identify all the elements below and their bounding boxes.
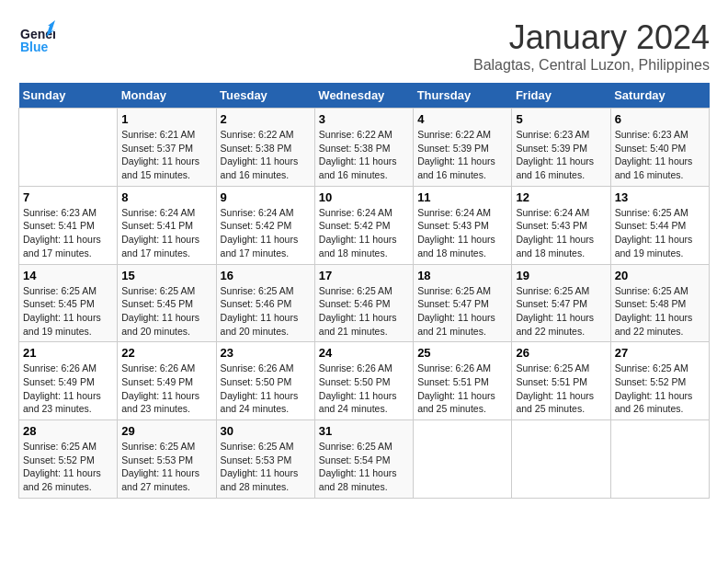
calendar-cell: 27Sunrise: 6:25 AM Sunset: 5:52 PM Dayli… — [610, 342, 709, 420]
day-number: 19 — [516, 269, 606, 282]
cell-info: Sunrise: 6:25 AM Sunset: 5:53 PM Dayligh… — [121, 440, 211, 494]
day-number: 13 — [615, 190, 705, 204]
day-number: 4 — [417, 112, 507, 126]
day-number: 3 — [319, 112, 409, 126]
cell-info: Sunrise: 6:25 AM Sunset: 5:51 PM Dayligh… — [516, 362, 606, 416]
day-number: 31 — [319, 424, 409, 438]
day-number: 7 — [23, 190, 113, 204]
day-header-saturday: Saturday — [610, 83, 709, 109]
cell-info: Sunrise: 6:24 AM Sunset: 5:41 PM Dayligh… — [121, 206, 211, 260]
calendar-cell: 25Sunrise: 6:26 AM Sunset: 5:51 PM Dayli… — [414, 342, 512, 420]
calendar-cell: 17Sunrise: 6:25 AM Sunset: 5:46 PM Dayli… — [314, 264, 413, 342]
day-number: 21 — [23, 346, 113, 360]
calendar-cell — [414, 420, 512, 499]
day-header-sunday: Sunday — [19, 83, 118, 109]
calendar-cell: 10Sunrise: 6:24 AM Sunset: 5:42 PM Dayli… — [314, 186, 413, 264]
calendar-cell: 3Sunrise: 6:22 AM Sunset: 5:38 PM Daylig… — [314, 109, 413, 187]
svg-text:Blue: Blue — [20, 40, 49, 54]
calendar-cell: 5Sunrise: 6:23 AM Sunset: 5:39 PM Daylig… — [512, 109, 610, 187]
cell-info: Sunrise: 6:26 AM Sunset: 5:49 PM Dayligh… — [23, 362, 113, 416]
cell-info: Sunrise: 6:25 AM Sunset: 5:46 PM Dayligh… — [319, 284, 409, 339]
calendar-cell: 15Sunrise: 6:25 AM Sunset: 5:45 PM Dayli… — [118, 264, 216, 342]
day-number: 28 — [23, 424, 113, 438]
day-header-monday: Monday — [118, 83, 216, 109]
day-number: 8 — [121, 190, 211, 204]
calendar-cell: 26Sunrise: 6:25 AM Sunset: 5:51 PM Dayli… — [512, 342, 610, 420]
calendar-cell: 20Sunrise: 6:25 AM Sunset: 5:48 PM Dayli… — [610, 264, 709, 342]
calendar-cell: 1Sunrise: 6:21 AM Sunset: 5:37 PM Daylig… — [118, 109, 216, 187]
calendar-cell: 28Sunrise: 6:25 AM Sunset: 5:52 PM Dayli… — [19, 420, 118, 499]
calendar-cell: 13Sunrise: 6:25 AM Sunset: 5:44 PM Dayli… — [610, 186, 709, 264]
calendar-cell: 22Sunrise: 6:26 AM Sunset: 5:49 PM Dayli… — [118, 342, 216, 420]
page-header: General Blue January 2024 Balagtas, Cent… — [18, 18, 710, 74]
day-number: 25 — [417, 346, 507, 360]
calendar-cell: 14Sunrise: 6:25 AM Sunset: 5:45 PM Dayli… — [19, 264, 118, 342]
day-number: 9 — [221, 190, 311, 204]
calendar-cell: 11Sunrise: 6:24 AM Sunset: 5:43 PM Dayli… — [414, 186, 512, 264]
cell-info: Sunrise: 6:25 AM Sunset: 5:44 PM Dayligh… — [615, 206, 705, 260]
cell-info: Sunrise: 6:26 AM Sunset: 5:49 PM Dayligh… — [121, 362, 211, 416]
cell-info: Sunrise: 6:25 AM Sunset: 5:52 PM Dayligh… — [23, 440, 113, 494]
day-header-friday: Friday — [512, 83, 610, 109]
calendar-header-row: SundayMondayTuesdayWednesdayThursdayFrid… — [19, 83, 710, 109]
calendar-week-row: 21Sunrise: 6:26 AM Sunset: 5:49 PM Dayli… — [19, 342, 710, 420]
cell-info: Sunrise: 6:25 AM Sunset: 5:48 PM Dayligh… — [615, 284, 705, 339]
calendar-cell: 24Sunrise: 6:26 AM Sunset: 5:50 PM Dayli… — [314, 342, 413, 420]
cell-info: Sunrise: 6:25 AM Sunset: 5:47 PM Dayligh… — [516, 284, 606, 339]
cell-info: Sunrise: 6:21 AM Sunset: 5:37 PM Dayligh… — [121, 128, 211, 182]
calendar-cell: 2Sunrise: 6:22 AM Sunset: 5:38 PM Daylig… — [216, 109, 314, 187]
day-number: 27 — [615, 346, 705, 360]
cell-info: Sunrise: 6:23 AM Sunset: 5:40 PM Dayligh… — [615, 128, 705, 182]
day-header-wednesday: Wednesday — [314, 83, 413, 109]
day-number: 15 — [121, 269, 211, 282]
calendar-cell — [512, 420, 610, 499]
calendar-week-row: 1Sunrise: 6:21 AM Sunset: 5:37 PM Daylig… — [19, 109, 710, 187]
location-subtitle: Balagtas, Central Luzon, Philippines — [473, 57, 710, 74]
logo: General Blue — [18, 18, 55, 59]
day-number: 5 — [516, 112, 606, 126]
cell-info: Sunrise: 6:26 AM Sunset: 5:50 PM Dayligh… — [319, 362, 409, 416]
day-number: 18 — [417, 269, 507, 282]
cell-info: Sunrise: 6:25 AM Sunset: 5:45 PM Dayligh… — [23, 284, 113, 339]
calendar-cell — [610, 420, 709, 499]
calendar-week-row: 14Sunrise: 6:25 AM Sunset: 5:45 PM Dayli… — [19, 264, 710, 342]
calendar-cell: 18Sunrise: 6:25 AM Sunset: 5:47 PM Dayli… — [414, 264, 512, 342]
day-number: 16 — [221, 269, 311, 282]
calendar-body: 1Sunrise: 6:21 AM Sunset: 5:37 PM Daylig… — [19, 109, 710, 499]
day-number: 14 — [23, 269, 113, 282]
calendar-cell: 7Sunrise: 6:23 AM Sunset: 5:41 PM Daylig… — [19, 186, 118, 264]
title-block: January 2024 Balagtas, Central Luzon, Ph… — [473, 18, 710, 74]
day-number: 24 — [319, 346, 409, 360]
cell-info: Sunrise: 6:25 AM Sunset: 5:47 PM Dayligh… — [417, 284, 507, 339]
day-number: 26 — [516, 346, 606, 360]
calendar-cell: 30Sunrise: 6:25 AM Sunset: 5:53 PM Dayli… — [216, 420, 314, 499]
calendar-week-row: 28Sunrise: 6:25 AM Sunset: 5:52 PM Dayli… — [19, 420, 710, 499]
cell-info: Sunrise: 6:23 AM Sunset: 5:39 PM Dayligh… — [516, 128, 606, 182]
calendar-cell: 6Sunrise: 6:23 AM Sunset: 5:40 PM Daylig… — [610, 109, 709, 187]
day-number: 22 — [121, 346, 211, 360]
day-number: 6 — [615, 112, 705, 126]
logo-icon: General Blue — [18, 18, 55, 55]
calendar-cell: 12Sunrise: 6:24 AM Sunset: 5:43 PM Dayli… — [512, 186, 610, 264]
day-number: 17 — [319, 269, 409, 282]
day-header-tuesday: Tuesday — [216, 83, 314, 109]
calendar-week-row: 7Sunrise: 6:23 AM Sunset: 5:41 PM Daylig… — [19, 186, 710, 264]
day-number: 2 — [221, 112, 311, 126]
cell-info: Sunrise: 6:25 AM Sunset: 5:45 PM Dayligh… — [121, 284, 211, 339]
cell-info: Sunrise: 6:26 AM Sunset: 5:51 PM Dayligh… — [417, 362, 507, 416]
cell-info: Sunrise: 6:23 AM Sunset: 5:41 PM Dayligh… — [23, 206, 113, 260]
cell-info: Sunrise: 6:24 AM Sunset: 5:42 PM Dayligh… — [319, 206, 409, 260]
cell-info: Sunrise: 6:25 AM Sunset: 5:53 PM Dayligh… — [221, 440, 311, 494]
calendar-cell: 21Sunrise: 6:26 AM Sunset: 5:49 PM Dayli… — [19, 342, 118, 420]
calendar-cell: 23Sunrise: 6:26 AM Sunset: 5:50 PM Dayli… — [216, 342, 314, 420]
cell-info: Sunrise: 6:25 AM Sunset: 5:54 PM Dayligh… — [319, 440, 409, 494]
cell-info: Sunrise: 6:22 AM Sunset: 5:39 PM Dayligh… — [417, 128, 507, 182]
cell-info: Sunrise: 6:24 AM Sunset: 5:43 PM Dayligh… — [516, 206, 606, 260]
cell-info: Sunrise: 6:25 AM Sunset: 5:46 PM Dayligh… — [221, 284, 311, 339]
day-number: 20 — [615, 269, 705, 282]
day-number: 29 — [121, 424, 211, 438]
month-title: January 2024 — [473, 18, 710, 57]
cell-info: Sunrise: 6:22 AM Sunset: 5:38 PM Dayligh… — [221, 128, 311, 182]
day-number: 30 — [221, 424, 311, 438]
cell-info: Sunrise: 6:24 AM Sunset: 5:42 PM Dayligh… — [221, 206, 311, 260]
